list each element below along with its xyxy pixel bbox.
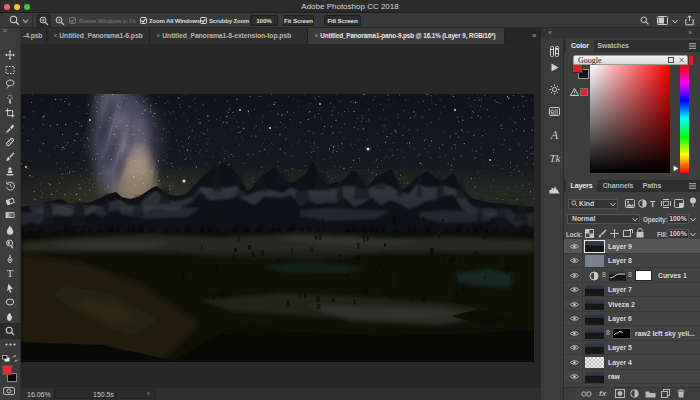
svg-text:Tk: Tk: [550, 152, 562, 164]
svg-text:T: T: [7, 268, 14, 278]
svg-text:A: A: [550, 129, 559, 141]
